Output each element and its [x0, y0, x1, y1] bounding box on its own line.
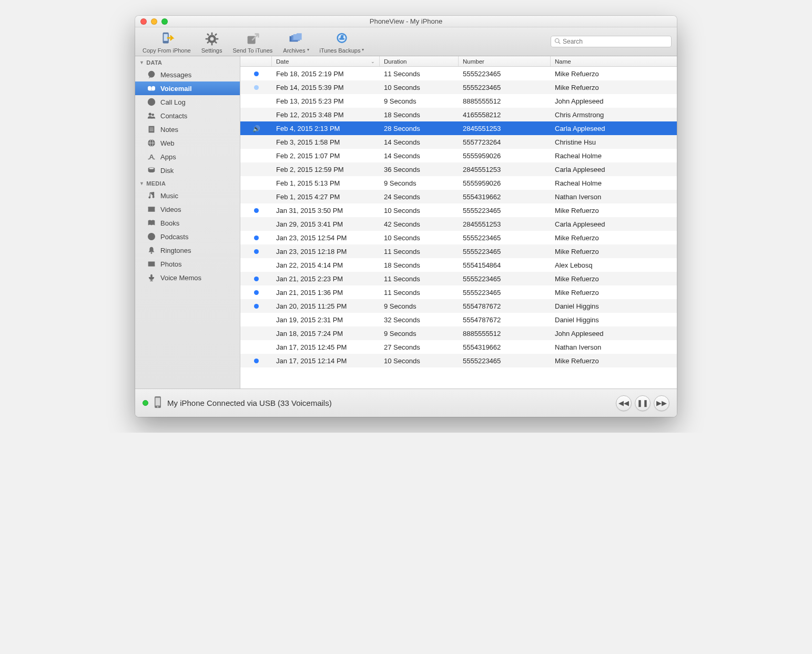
voicemail-icon — [147, 84, 156, 93]
sidebar-item-podcasts[interactable]: Podcasts — [135, 230, 240, 243]
table-row[interactable]: Jan 23, 2015 12:54 PM10 Seconds555522346… — [240, 231, 677, 244]
table-header: Date ⌄ Duration Number Name — [240, 56, 677, 67]
svg-rect-44 — [148, 211, 155, 212]
cell-name: Nathan Iverson — [551, 193, 677, 201]
forward-button[interactable]: ▶▶ — [654, 395, 669, 411]
table-row[interactable]: Feb 2, 2015 1:07 PM14 Seconds5555959026R… — [240, 149, 677, 162]
device-icon — [154, 396, 162, 410]
speaker-icon: 🔊 — [252, 125, 260, 132]
table-row[interactable]: Jan 17, 2015 12:45 PM27 Seconds555431966… — [240, 340, 677, 354]
sidebar-item-ringtones[interactable]: Ringtones — [135, 243, 240, 257]
cell-date: Feb 2, 2015 12:59 PM — [272, 166, 380, 173]
svg-rect-10 — [215, 33, 217, 36]
table-row[interactable]: Jan 22, 2015 4:14 PM18 Seconds5554154864… — [240, 258, 677, 272]
cell-duration: 11 Seconds — [380, 70, 459, 78]
table-row[interactable]: Jan 31, 2015 3:50 PM10 Seconds5555223465… — [240, 203, 677, 217]
svg-rect-7 — [216, 38, 218, 40]
column-header-number[interactable]: Number — [459, 56, 551, 66]
sidebar-item-music[interactable]: Music — [135, 189, 240, 202]
rewind-button[interactable]: ◀◀ — [616, 395, 632, 411]
table-row[interactable]: Feb 1, 2015 5:13 PM9 Seconds5555959026Ra… — [240, 176, 677, 190]
sidebar-item-videos[interactable]: Videos — [135, 202, 240, 216]
svg-rect-8 — [207, 33, 209, 36]
sidebar-item-call-log[interactable]: Call Log — [135, 95, 240, 109]
table-row[interactable]: Feb 18, 2015 2:19 PM11 Seconds5555223465… — [240, 67, 677, 80]
svg-rect-5 — [211, 43, 212, 45]
copy-from-iphone-button[interactable]: Copy From iPhone — [138, 29, 195, 54]
table-row[interactable]: Jan 21, 2015 2:23 PM11 Seconds5555223465… — [240, 272, 677, 285]
table-row[interactable]: Jan 20, 2015 11:25 PM9 Seconds5554787672… — [240, 299, 677, 313]
cell-number: 5555223465 — [459, 84, 551, 91]
table-row[interactable]: 🔊Feb 4, 2015 2:13 PM28 Seconds2845551253… — [240, 121, 677, 135]
cell-date: Feb 3, 2015 1:58 PM — [272, 138, 380, 146]
cell-number: 5555223465 — [459, 289, 551, 297]
sidebar-item-notes[interactable]: Notes — [135, 122, 240, 136]
table-row[interactable]: Feb 3, 2015 1:58 PM14 Seconds5557723264C… — [240, 135, 677, 149]
cell-date: Jan 17, 2015 12:45 PM — [272, 343, 380, 351]
sidebar-item-books[interactable]: Books — [135, 216, 240, 230]
cell-name: Carla Appleseed — [551, 220, 677, 228]
sidebar-item-messages[interactable]: Messages — [135, 68, 240, 81]
status-bar: My iPhone Connected via USB (33 Voicemai… — [135, 389, 677, 417]
sidebar-item-voicemail[interactable]: Voicemail — [135, 81, 240, 95]
pause-button[interactable]: ❚❚ — [635, 395, 651, 411]
table-row[interactable]: Feb 12, 2015 3:48 PM18 Seconds4165558212… — [240, 108, 677, 121]
cell-number: 5554787672 — [459, 316, 551, 324]
table-row[interactable]: Jan 18, 2015 7:24 PM9 Seconds8885555512J… — [240, 326, 677, 340]
cell-status — [240, 234, 272, 242]
table-row[interactable]: Jan 29, 2015 3:41 PM42 Seconds2845551253… — [240, 217, 677, 231]
table-row[interactable]: Feb 1, 2015 4:27 PM24 Seconds5554319662N… — [240, 190, 677, 203]
itunes-backup-icon — [333, 30, 350, 47]
sidebar-item-web[interactable]: Web — [135, 136, 240, 150]
cell-number: 5554319662 — [459, 343, 551, 351]
column-header-date[interactable]: Date ⌄ — [272, 56, 380, 66]
cell-number: 5555223465 — [459, 357, 551, 365]
sidebar-item-photos[interactable]: Photos — [135, 257, 240, 271]
table-row[interactable]: Feb 13, 2015 5:23 PM9 Seconds8885555512J… — [240, 94, 677, 108]
close-window-button[interactable] — [140, 18, 147, 25]
table-row[interactable]: Jan 21, 2015 1:36 PM11 Seconds5555223465… — [240, 285, 677, 299]
sidebar-item-apps[interactable]: AApps — [135, 150, 240, 164]
cell-name: Nathan Iverson — [551, 343, 677, 351]
svg-point-18 — [149, 74, 150, 75]
svg-point-20 — [153, 74, 154, 75]
disclosure-triangle-icon: ▼ — [139, 181, 144, 186]
svg-point-24 — [148, 98, 155, 106]
column-header-name[interactable]: Name — [551, 56, 677, 66]
notes-icon — [147, 125, 156, 134]
sidebar-item-label: Contacts — [160, 112, 187, 120]
cell-date: Feb 1, 2015 4:27 PM — [272, 193, 380, 201]
podcasts-icon — [147, 232, 156, 241]
cell-duration: 11 Seconds — [380, 248, 459, 256]
itunes-backups-button[interactable]: iTunes Backups ▾ — [316, 29, 369, 54]
sidebar-item-label: Music — [160, 192, 178, 200]
zoom-window-button[interactable] — [161, 18, 168, 25]
search-input[interactable] — [563, 38, 668, 45]
table-body[interactable]: Feb 18, 2015 2:19 PM11 Seconds5555223465… — [240, 67, 677, 389]
column-header-status[interactable] — [240, 56, 272, 66]
sidebar-item-disk[interactable]: Disk — [135, 164, 240, 177]
sidebar-group-header[interactable]: ▼ MEDIA — [135, 177, 240, 189]
unread-dot-icon — [254, 277, 259, 281]
settings-button[interactable]: Settings — [197, 29, 227, 54]
archives-button[interactable]: Archives ▾ — [279, 29, 313, 54]
cell-duration: 28 Seconds — [380, 125, 459, 132]
cell-date: Feb 13, 2015 5:23 PM — [272, 97, 380, 105]
table-row[interactable]: Jan 19, 2015 2:31 PM32 Seconds5554787672… — [240, 313, 677, 326]
sidebar-item-contacts[interactable]: Contacts — [135, 109, 240, 122]
table-row[interactable]: Feb 14, 2015 5:39 PM10 Seconds5555223465… — [240, 80, 677, 94]
column-header-duration[interactable]: Duration — [380, 56, 459, 66]
table-row[interactable]: Feb 2, 2015 12:59 PM36 Seconds2845551253… — [240, 162, 677, 176]
send-to-itunes-button[interactable]: Send To iTunes — [228, 29, 277, 54]
cell-duration: 11 Seconds — [380, 275, 459, 283]
sidebar-group-header[interactable]: ▼ DATA — [135, 56, 240, 68]
table-row[interactable]: Jan 23, 2015 12:18 PM11 Seconds555522346… — [240, 244, 677, 258]
search-field[interactable] — [551, 36, 672, 47]
sidebar-item-label: Podcasts — [160, 233, 188, 241]
cell-number: 5555223465 — [459, 248, 551, 256]
cell-name: Mike Refuerzo — [551, 207, 677, 214]
cell-status — [240, 207, 272, 214]
table-row[interactable]: Jan 17, 2015 12:14 PM10 Seconds555522346… — [240, 354, 677, 367]
minimize-window-button[interactable] — [151, 18, 157, 25]
sidebar-item-voice-memos[interactable]: Voice Memos — [135, 271, 240, 284]
